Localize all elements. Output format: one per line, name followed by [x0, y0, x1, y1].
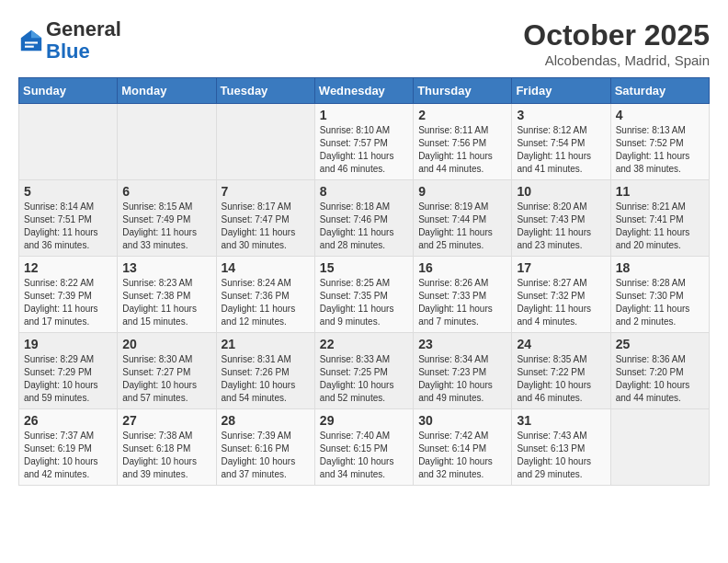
month-title: October 2025: [523, 18, 710, 52]
weekday-header-friday: Friday: [512, 78, 610, 104]
day-info: Sunrise: 8:31 AM Sunset: 7:26 PM Dayligh…: [222, 353, 310, 405]
day-info: Sunrise: 8:34 AM Sunset: 7:23 PM Dayligh…: [418, 353, 506, 405]
svg-rect-3: [25, 46, 34, 48]
day-number: 19: [24, 337, 112, 351]
calendar-cell: 1Sunrise: 8:10 AM Sunset: 7:57 PM Daylig…: [314, 104, 413, 180]
calendar-cell: 14Sunrise: 8:24 AM Sunset: 7:36 PM Dayli…: [216, 257, 314, 333]
day-info: Sunrise: 8:17 AM Sunset: 7:47 PM Dayligh…: [222, 201, 310, 252]
calendar-cell: 2Sunrise: 8:11 AM Sunset: 7:56 PM Daylig…: [414, 104, 512, 180]
day-info: Sunrise: 8:10 AM Sunset: 7:57 PM Dayligh…: [320, 124, 408, 176]
day-info: Sunrise: 8:12 AM Sunset: 7:54 PM Dayligh…: [517, 124, 605, 176]
calendar-cell: 19Sunrise: 8:29 AM Sunset: 7:29 PM Dayli…: [19, 333, 118, 409]
title-block: October 2025 Alcobendas, Madrid, Spain: [523, 18, 710, 68]
calendar-cell: 6Sunrise: 8:15 AM Sunset: 7:49 PM Daylig…: [118, 180, 216, 257]
calendar-cell: 29Sunrise: 7:40 AM Sunset: 6:15 PM Dayli…: [314, 409, 413, 486]
calendar-cell: 25Sunrise: 8:36 AM Sunset: 7:20 PM Dayli…: [610, 333, 709, 409]
day-number: 18: [616, 260, 704, 275]
day-info: Sunrise: 8:29 AM Sunset: 7:29 PM Dayligh…: [24, 353, 112, 405]
calendar-cell: 23Sunrise: 8:34 AM Sunset: 7:23 PM Dayli…: [414, 333, 512, 409]
day-info: Sunrise: 8:14 AM Sunset: 7:51 PM Dayligh…: [24, 201, 112, 252]
calendar-cell: 9Sunrise: 8:19 AM Sunset: 7:44 PM Daylig…: [414, 180, 512, 257]
calendar-cell: 21Sunrise: 8:31 AM Sunset: 7:26 PM Dayli…: [216, 333, 314, 409]
day-info: Sunrise: 7:43 AM Sunset: 6:13 PM Dayligh…: [517, 430, 605, 481]
weekday-header-wednesday: Wednesday: [314, 78, 413, 104]
logo-icon: [18, 28, 44, 53]
calendar-cell: [216, 104, 314, 180]
calendar-week-row: 26Sunrise: 7:37 AM Sunset: 6:19 PM Dayli…: [19, 409, 710, 486]
day-info: Sunrise: 8:21 AM Sunset: 7:41 PM Dayligh…: [616, 201, 704, 252]
day-number: 10: [517, 184, 605, 199]
calendar-cell: 22Sunrise: 8:33 AM Sunset: 7:25 PM Dayli…: [314, 333, 413, 409]
weekday-header-monday: Monday: [118, 78, 216, 104]
day-number: 17: [517, 260, 605, 275]
day-number: 31: [517, 413, 605, 428]
day-info: Sunrise: 8:24 AM Sunset: 7:36 PM Dayligh…: [222, 277, 310, 328]
day-number: 22: [320, 337, 408, 351]
day-number: 20: [122, 337, 210, 351]
day-number: 15: [320, 260, 408, 275]
day-number: 24: [517, 337, 605, 351]
calendar-table: SundayMondayTuesdayWednesdayThursdayFrid…: [18, 77, 710, 486]
calendar-cell: 12Sunrise: 8:22 AM Sunset: 7:39 PM Dayli…: [19, 257, 118, 333]
day-number: 27: [122, 413, 210, 428]
calendar-cell: 11Sunrise: 8:21 AM Sunset: 7:41 PM Dayli…: [610, 180, 709, 257]
day-info: Sunrise: 8:19 AM Sunset: 7:44 PM Dayligh…: [418, 201, 506, 252]
day-info: Sunrise: 8:22 AM Sunset: 7:39 PM Dayligh…: [24, 277, 112, 328]
calendar-cell: 8Sunrise: 8:18 AM Sunset: 7:46 PM Daylig…: [314, 180, 413, 257]
day-info: Sunrise: 8:27 AM Sunset: 7:32 PM Dayligh…: [517, 277, 605, 328]
weekday-header-thursday: Thursday: [414, 78, 512, 104]
weekday-header-tuesday: Tuesday: [216, 78, 314, 104]
weekday-header-saturday: Saturday: [610, 78, 709, 104]
day-number: 8: [320, 184, 408, 199]
day-info: Sunrise: 7:42 AM Sunset: 6:14 PM Dayligh…: [418, 430, 506, 481]
day-info: Sunrise: 8:30 AM Sunset: 7:27 PM Dayligh…: [122, 353, 210, 405]
day-number: 1: [320, 108, 408, 122]
day-info: Sunrise: 8:36 AM Sunset: 7:20 PM Dayligh…: [616, 353, 704, 405]
day-number: 13: [122, 260, 210, 275]
calendar-cell: 3Sunrise: 8:12 AM Sunset: 7:54 PM Daylig…: [512, 104, 610, 180]
day-info: Sunrise: 8:11 AM Sunset: 7:56 PM Dayligh…: [418, 124, 506, 176]
calendar-cell: [118, 104, 216, 180]
calendar-week-row: 1Sunrise: 8:10 AM Sunset: 7:57 PM Daylig…: [19, 104, 710, 180]
day-info: Sunrise: 8:35 AM Sunset: 7:22 PM Dayligh…: [517, 353, 605, 405]
day-number: 25: [616, 337, 704, 351]
day-number: 21: [222, 337, 310, 351]
day-number: 5: [24, 184, 112, 199]
calendar-cell: 20Sunrise: 8:30 AM Sunset: 7:27 PM Dayli…: [118, 333, 216, 409]
svg-rect-2: [25, 42, 38, 44]
day-number: 2: [418, 108, 506, 122]
logo-blue-text: Blue: [46, 40, 90, 63]
calendar-cell: 15Sunrise: 8:25 AM Sunset: 7:35 PM Dayli…: [314, 257, 413, 333]
day-number: 14: [222, 260, 310, 275]
day-number: 4: [616, 108, 704, 122]
calendar-week-row: 12Sunrise: 8:22 AM Sunset: 7:39 PM Dayli…: [19, 257, 710, 333]
day-number: 30: [418, 413, 506, 428]
calendar-cell: 30Sunrise: 7:42 AM Sunset: 6:14 PM Dayli…: [414, 409, 512, 486]
location: Alcobendas, Madrid, Spain: [523, 52, 710, 68]
day-info: Sunrise: 8:20 AM Sunset: 7:43 PM Dayligh…: [517, 201, 605, 252]
day-number: 12: [24, 260, 112, 275]
day-info: Sunrise: 8:25 AM Sunset: 7:35 PM Dayligh…: [320, 277, 408, 328]
day-number: 16: [418, 260, 506, 275]
day-info: Sunrise: 8:13 AM Sunset: 7:52 PM Dayligh…: [616, 124, 704, 176]
day-number: 28: [222, 413, 310, 428]
svg-marker-1: [31, 30, 41, 38]
calendar-cell: 28Sunrise: 7:39 AM Sunset: 6:16 PM Dayli…: [216, 409, 314, 486]
day-number: 26: [24, 413, 112, 428]
day-info: Sunrise: 7:37 AM Sunset: 6:19 PM Dayligh…: [24, 430, 112, 481]
day-info: Sunrise: 7:38 AM Sunset: 6:18 PM Dayligh…: [122, 430, 210, 481]
weekday-header-sunday: Sunday: [19, 78, 118, 104]
calendar-cell: 18Sunrise: 8:28 AM Sunset: 7:30 PM Dayli…: [610, 257, 709, 333]
day-number: 6: [122, 184, 210, 199]
day-info: Sunrise: 8:33 AM Sunset: 7:25 PM Dayligh…: [320, 353, 408, 405]
calendar-cell: 16Sunrise: 8:26 AM Sunset: 7:33 PM Dayli…: [414, 257, 512, 333]
calendar-body: 1Sunrise: 8:10 AM Sunset: 7:57 PM Daylig…: [19, 104, 710, 486]
day-number: 29: [320, 413, 408, 428]
logo-general-text: General: [46, 17, 121, 40]
calendar-cell: [610, 409, 709, 486]
day-number: 9: [418, 184, 506, 199]
calendar-cell: 10Sunrise: 8:20 AM Sunset: 7:43 PM Dayli…: [512, 180, 610, 257]
calendar-cell: 5Sunrise: 8:14 AM Sunset: 7:51 PM Daylig…: [19, 180, 118, 257]
day-info: Sunrise: 7:40 AM Sunset: 6:15 PM Dayligh…: [320, 430, 408, 481]
day-info: Sunrise: 8:26 AM Sunset: 7:33 PM Dayligh…: [418, 277, 506, 328]
